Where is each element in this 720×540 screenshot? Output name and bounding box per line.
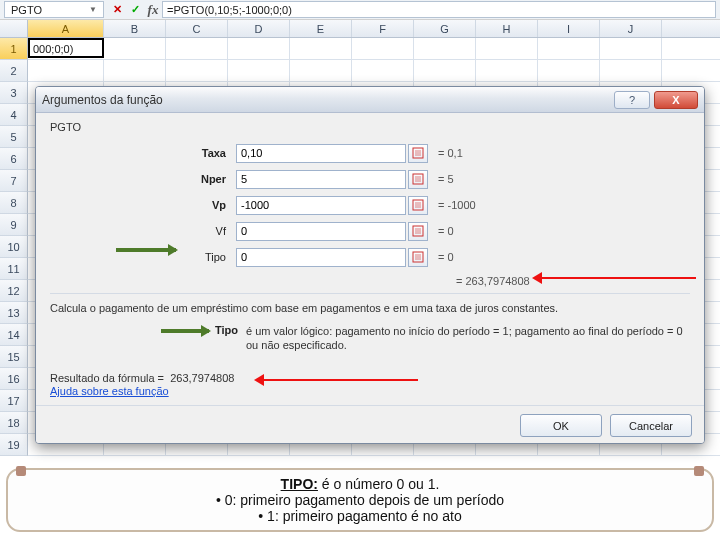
col-header-E[interactable]: E xyxy=(290,20,352,37)
arg-row-vf: Vf = 0 xyxy=(50,219,690,243)
cancel-formula-icon[interactable]: ✕ xyxy=(108,0,126,19)
range-picker-icon[interactable] xyxy=(408,170,428,189)
row-header-12[interactable]: 12 xyxy=(0,280,28,302)
row-header-11[interactable]: 11 xyxy=(0,258,28,280)
cell[interactable] xyxy=(414,60,476,82)
svg-rect-3 xyxy=(415,176,421,182)
param-help-text: é um valor lógico: pagamento no início d… xyxy=(246,324,690,352)
row-header-6[interactable]: 6 xyxy=(0,148,28,170)
name-box-value: PGTO xyxy=(11,4,42,16)
arg-row-nper: Nper = 5 xyxy=(50,167,690,191)
dialog-buttons: OK Cancelar xyxy=(36,405,704,444)
col-header-D[interactable]: D xyxy=(228,20,290,37)
dialog-titlebar[interactable]: Argumentos da função ? X xyxy=(36,87,704,113)
svg-rect-9 xyxy=(415,254,421,260)
row-headers: 1 2 3 4 5 6 7 8 9 10 11 12 13 14 15 16 1… xyxy=(0,38,28,456)
col-header-I[interactable]: I xyxy=(538,20,600,37)
cell[interactable] xyxy=(600,60,662,82)
row-header-19[interactable]: 19 xyxy=(0,434,28,456)
row-header-2[interactable]: 2 xyxy=(0,60,28,82)
arg-label: Taxa xyxy=(50,147,236,159)
svg-rect-7 xyxy=(415,228,421,234)
row-header-3[interactable]: 3 xyxy=(0,82,28,104)
arg-label: Tipo xyxy=(50,251,236,263)
param-help: Tipo é um valor lógico: pagamento no iní… xyxy=(50,324,690,352)
row-header-4[interactable]: 4 xyxy=(0,104,28,126)
cell[interactable] xyxy=(538,60,600,82)
function-arguments-dialog: Argumentos da função ? X PGTO Taxa = 0,1… xyxy=(35,86,705,444)
row-header-13[interactable]: 13 xyxy=(0,302,28,324)
ok-button[interactable]: OK xyxy=(520,414,602,437)
chevron-down-icon[interactable]: ▼ xyxy=(89,5,97,14)
arg-result: = 0,1 xyxy=(438,147,463,159)
range-picker-icon[interactable] xyxy=(408,248,428,267)
arg-result: = -1000 xyxy=(438,199,476,211)
arg-input-vp[interactable] xyxy=(236,196,406,215)
row-header-5[interactable]: 5 xyxy=(0,126,28,148)
cell[interactable] xyxy=(104,60,166,82)
row-header-16[interactable]: 16 xyxy=(0,368,28,390)
cell[interactable] xyxy=(352,38,414,60)
cell[interactable] xyxy=(228,38,290,60)
arg-label: Vp xyxy=(50,199,236,211)
col-header-F[interactable]: F xyxy=(352,20,414,37)
arg-input-taxa[interactable] xyxy=(236,144,406,163)
decorative-icon xyxy=(16,466,26,476)
arg-input-nper[interactable] xyxy=(236,170,406,189)
column-headers: A B C D E F G H I J xyxy=(0,20,720,38)
dialog-body: PGTO Taxa = 0,1 Nper = 5 Vp = -1000 xyxy=(36,113,704,405)
range-picker-icon[interactable] xyxy=(408,144,428,163)
cell[interactable] xyxy=(352,60,414,82)
row-header-8[interactable]: 8 xyxy=(0,192,28,214)
param-help-label: Tipo xyxy=(50,324,246,352)
range-picker-icon[interactable] xyxy=(408,196,428,215)
cell[interactable] xyxy=(104,38,166,60)
arg-result: = 5 xyxy=(438,173,454,185)
arg-label: Vf xyxy=(50,225,236,237)
formula-bar: PGTO ▼ ✕ ✓ fx =PGTO(0,10;5;-1000;0;0) xyxy=(0,0,720,20)
cell-A1[interactable]: 000;0;0) xyxy=(28,38,104,58)
select-all-corner[interactable] xyxy=(0,20,28,37)
cell[interactable] xyxy=(414,38,476,60)
col-header-J[interactable]: J xyxy=(600,20,662,37)
close-icon[interactable]: X xyxy=(654,91,698,109)
col-header-C[interactable]: C xyxy=(166,20,228,37)
row-header-7[interactable]: 7 xyxy=(0,170,28,192)
dialog-title: Argumentos da função xyxy=(42,93,163,107)
row-header-14[interactable]: 14 xyxy=(0,324,28,346)
cell[interactable] xyxy=(228,60,290,82)
svg-rect-1 xyxy=(415,150,421,156)
accept-formula-icon[interactable]: ✓ xyxy=(126,0,144,19)
cell[interactable] xyxy=(538,38,600,60)
col-header-A[interactable]: A xyxy=(28,20,104,37)
cell[interactable] xyxy=(28,60,104,82)
row-header-15[interactable]: 15 xyxy=(0,346,28,368)
col-header-H[interactable]: H xyxy=(476,20,538,37)
row-header-18[interactable]: 18 xyxy=(0,412,28,434)
function-description: Calcula o pagamento de um empréstimo com… xyxy=(50,302,690,314)
col-header-B[interactable]: B xyxy=(104,20,166,37)
help-button-icon[interactable]: ? xyxy=(614,91,650,109)
arg-input-vf[interactable] xyxy=(236,222,406,241)
cell[interactable] xyxy=(476,60,538,82)
note-line3: • 1: primeiro pagamento é no ato xyxy=(258,508,461,524)
formula-input[interactable]: =PGTO(0,10;5;-1000;0;0) xyxy=(162,1,716,18)
cell[interactable] xyxy=(476,38,538,60)
row-header-17[interactable]: 17 xyxy=(0,390,28,412)
row-header-9[interactable]: 9 xyxy=(0,214,28,236)
fx-icon[interactable]: fx xyxy=(144,0,162,19)
range-picker-icon[interactable] xyxy=(408,222,428,241)
name-box[interactable]: PGTO ▼ xyxy=(4,1,104,18)
arg-input-tipo[interactable] xyxy=(236,248,406,267)
row-header-10[interactable]: 10 xyxy=(0,236,28,258)
cell[interactable] xyxy=(290,38,352,60)
help-link[interactable]: Ajuda sobre esta função xyxy=(50,385,169,397)
cancel-button[interactable]: Cancelar xyxy=(610,414,692,437)
cell[interactable] xyxy=(290,60,352,82)
col-header-G[interactable]: G xyxy=(414,20,476,37)
cell[interactable] xyxy=(166,38,228,60)
cell[interactable] xyxy=(600,38,662,60)
function-name: PGTO xyxy=(50,121,690,133)
row-header-1[interactable]: 1 xyxy=(0,38,28,60)
cell[interactable] xyxy=(166,60,228,82)
